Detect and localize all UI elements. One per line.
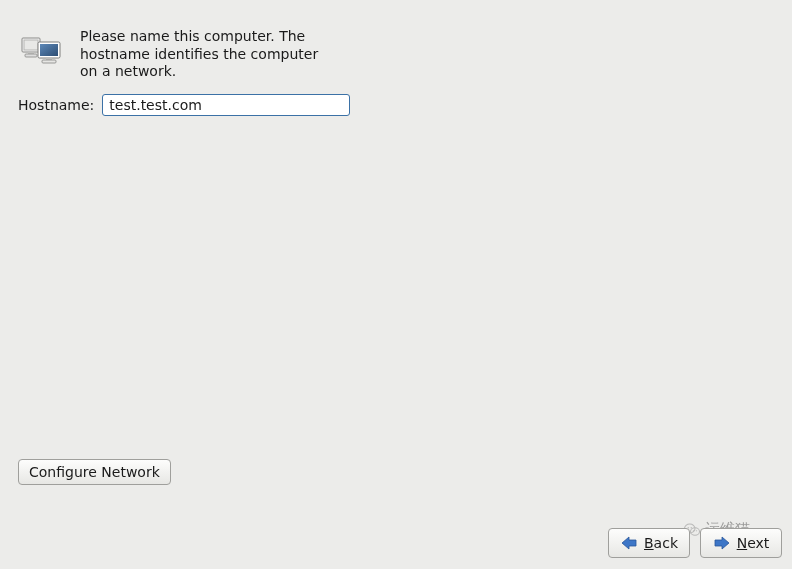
arrow-left-icon xyxy=(620,536,638,550)
hostname-input[interactable] xyxy=(102,94,350,116)
installer-hostname-page: Please name this computer. The hostname … xyxy=(0,0,792,569)
back-button-label: Back xyxy=(644,535,678,551)
hostname-row: Hostname: xyxy=(18,94,350,116)
header-row: Please name this computer. The hostname … xyxy=(18,28,332,81)
svg-rect-3 xyxy=(25,54,37,57)
nav-bar: Back Next xyxy=(608,528,782,558)
configure-network-button[interactable]: Configure Network xyxy=(18,459,171,485)
svg-rect-8 xyxy=(42,60,56,63)
svg-rect-1 xyxy=(24,40,38,50)
arrow-right-icon xyxy=(713,536,731,550)
back-button[interactable]: Back xyxy=(608,528,690,558)
next-button[interactable]: Next xyxy=(700,528,782,558)
next-button-label: Next xyxy=(737,535,770,551)
computer-network-icon xyxy=(18,32,66,76)
hostname-label: Hostname: xyxy=(18,97,94,113)
header-description: Please name this computer. The hostname … xyxy=(80,28,332,81)
svg-rect-6 xyxy=(40,44,58,56)
